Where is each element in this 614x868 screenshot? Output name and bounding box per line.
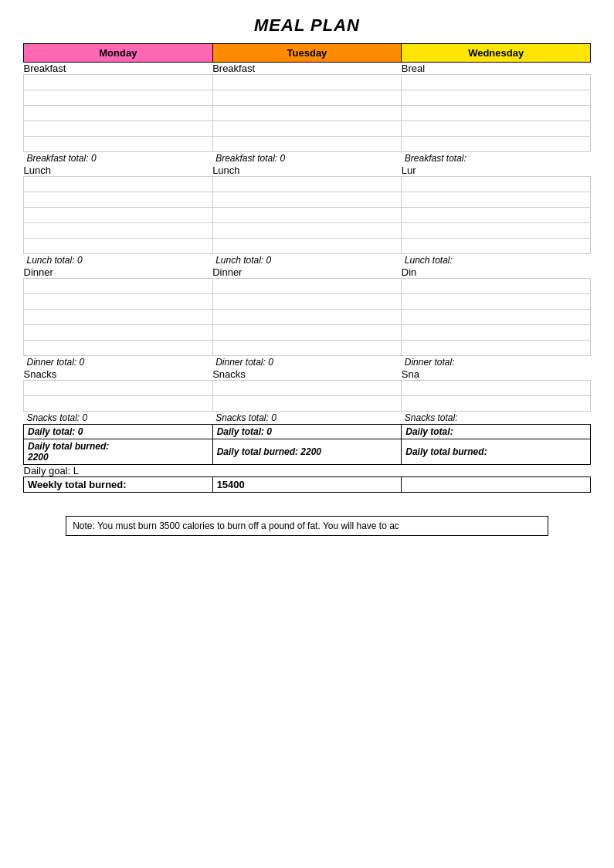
tuesday-breakfast-label: Breakfast <box>212 63 402 75</box>
tuesday-breakfast-total-label: Breakfast total: 0 <box>212 152 402 165</box>
weekly-burned-value: 15400 <box>212 477 402 493</box>
monday-snacks-label: Snacks <box>24 368 213 381</box>
daily-burned-row: Daily total burned:2200 Daily total burn… <box>24 439 591 465</box>
dinner-food-row-2 <box>24 294 591 310</box>
daily-goal-row: Daily goal: L <box>24 465 591 477</box>
wednesday-breakfast-label: Breal <box>402 63 591 75</box>
tuesday-lunch-label: Lunch <box>212 164 402 177</box>
dinner-food-row-4 <box>24 325 591 341</box>
meal-plan-table: Monday Tuesday Wednesday Breakfast Break… <box>23 43 591 493</box>
tuesday-header: Tuesday <box>212 44 402 63</box>
tuesday-dinner-label: Dinner <box>212 266 402 279</box>
breakfast-label-row: Breakfast Breakfast Breal <box>24 63 591 75</box>
dinner-label-row: Dinner Dinner Din <box>24 266 591 279</box>
monday-snacks-total-label: Snacks total: 0 <box>24 412 213 425</box>
breakfast-food-row-1 <box>24 75 591 90</box>
lunch-food-row-3 <box>24 208 591 223</box>
lunch-food-row-5 <box>24 239 591 254</box>
lunch-label-row: Lunch Lunch Lur <box>24 164 591 177</box>
monday-breakfast-total-label: Breakfast total: 0 <box>24 152 213 165</box>
dinner-food-row-1 <box>24 279 591 294</box>
dinner-food-row-3 <box>24 310 591 325</box>
wednesday-header: Wednesday <box>402 44 591 63</box>
breakfast-total-row: Breakfast total: 0 Breakfast total: 0 Br… <box>24 152 591 165</box>
weekly-burned-empty <box>402 477 591 493</box>
monday-lunch-total-label: Lunch total: 0 <box>24 254 213 267</box>
wednesday-lunch-label: Lur <box>402 164 591 177</box>
lunch-total-row: Lunch total: 0 Lunch total: 0 Lunch tota… <box>24 254 591 267</box>
snacks-food-row-2 <box>24 396 591 412</box>
monday-lunch-label: Lunch <box>24 164 213 177</box>
snacks-total-row: Snacks total: 0 Snacks total: 0 Snacks t… <box>24 412 591 425</box>
monday-daily-burned: Daily total burned:2200 <box>24 439 213 465</box>
wednesday-daily-total: Daily total: <box>402 425 591 439</box>
lunch-food-row-2 <box>24 192 591 208</box>
wednesday-snacks-total-label: Snacks total: <box>402 412 591 425</box>
daily-total-row: Daily total: 0 Daily total: 0 Daily tota… <box>24 425 591 439</box>
breakfast-food-row-3 <box>24 106 591 121</box>
tuesday-daily-burned: Daily total burned: 2200 <box>212 439 402 465</box>
monday-header: Monday <box>24 44 213 63</box>
dinner-food-row-5 <box>24 341 591 356</box>
wednesday-daily-burned: Daily total burned: <box>402 439 591 465</box>
tuesday-daily-total: Daily total: 0 <box>212 425 402 439</box>
wednesday-dinner-label: Din <box>402 266 591 279</box>
tuesday-snacks-label: Snacks <box>212 368 402 381</box>
wednesday-dinner-total-label: Dinner total: <box>402 356 591 369</box>
monday-dinner-total-label: Dinner total: 0 <box>24 356 213 369</box>
snacks-food-row-1 <box>24 381 591 396</box>
tuesday-snacks-total-label: Snacks total: 0 <box>212 412 402 425</box>
lunch-food-row-1 <box>24 177 591 192</box>
lunch-food-row-4 <box>24 223 591 239</box>
wednesday-snacks-label: Sna <box>402 368 591 381</box>
tuesday-lunch-total-label: Lunch total: 0 <box>212 254 402 267</box>
dinner-total-row: Dinner total: 0 Dinner total: 0 Dinner t… <box>24 356 591 369</box>
daily-goal-text: Daily goal: L <box>24 465 591 477</box>
monday-daily-total: Daily total: 0 <box>24 425 213 439</box>
weekly-burned-label: Weekly total burned: <box>24 477 213 493</box>
page-title: MEAL PLAN <box>23 15 591 36</box>
weekly-burned-row: Weekly total burned: 15400 <box>24 477 591 493</box>
breakfast-food-row-5 <box>24 137 591 152</box>
day-header-row: Monday Tuesday Wednesday <box>24 44 591 63</box>
breakfast-food-row-2 <box>24 90 591 106</box>
snacks-label-row: Snacks Snacks Sna <box>24 368 591 381</box>
note-box: Note: You must burn 3500 calories to bur… <box>66 516 548 536</box>
monday-breakfast-label: Breakfast <box>24 63 213 75</box>
wednesday-breakfast-total-label: Breakfast total: <box>402 152 591 165</box>
monday-dinner-label: Dinner <box>24 266 213 279</box>
breakfast-food-row-4 <box>24 121 591 137</box>
tuesday-dinner-total-label: Dinner total: 0 <box>212 356 402 369</box>
wednesday-lunch-total-label: Lunch total: <box>402 254 591 267</box>
